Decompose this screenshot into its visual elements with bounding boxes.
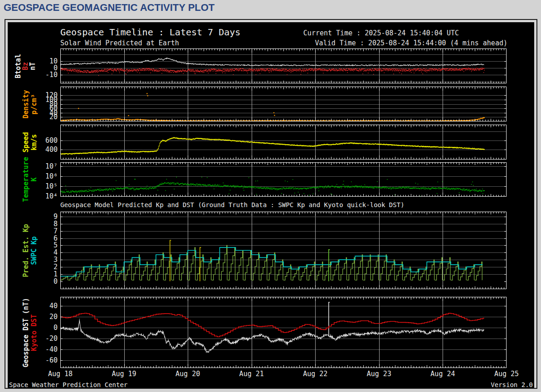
footer-version: Version 2.0 xyxy=(491,381,533,388)
x-tick-label: Aug 23 xyxy=(359,370,400,378)
valid-time-label: Valid Time : 2025-08-24 15:44:00 (4 mins… xyxy=(315,39,507,47)
x-tick-label: Aug 25 xyxy=(486,370,527,378)
y-tick-label-dst: 0 xyxy=(35,324,58,331)
footer-source: Space Weather Prediction Center xyxy=(9,381,127,388)
axis-label-density: Density xyxy=(22,90,30,118)
y-tick-label-kp: 9 xyxy=(35,213,58,220)
axis-label-dst: Kyoto DST xyxy=(30,314,38,351)
y-tick-label-temperature: 10⁴ xyxy=(35,193,58,200)
x-tick-label: Aug 20 xyxy=(167,370,208,378)
axis-label-density: p/cm³ xyxy=(30,94,38,114)
y-tick-label-kp: 5 xyxy=(35,242,58,249)
y-tick-label-kp: 2 xyxy=(35,264,58,271)
axis-label-dst: Geospace DST (nT) xyxy=(22,298,30,368)
x-tick-label: Aug 18 xyxy=(40,370,81,378)
plot-image: Geospace Timeline : Latest 7 Days Curren… xyxy=(8,22,534,388)
panel-density xyxy=(60,87,507,121)
y-tick-label-dst: -40 xyxy=(35,346,58,353)
y-tick-label-dst: -60 xyxy=(35,357,58,364)
y-tick-label-dst: -20 xyxy=(35,335,58,342)
y-tick-label-speed: 400 xyxy=(35,146,58,153)
panel-bt-bz xyxy=(60,48,507,83)
panel-speed xyxy=(60,125,507,160)
axis-label-speed: Speed xyxy=(22,132,30,152)
y-tick-label-density: 20 xyxy=(35,114,58,121)
x-tick-label: Aug 21 xyxy=(231,370,272,378)
y-tick-label-speed: 600 xyxy=(35,137,58,144)
plot-frame: Geospace Timeline : Latest 7 Days Curren… xyxy=(5,19,537,389)
y-tick-label-temperature: 10⁵ xyxy=(35,183,58,190)
y-tick-label-kp: 4 xyxy=(35,249,58,256)
axis-label-kp: Pred. Est. Kp xyxy=(22,224,30,277)
y-tick-label-dst: 20 xyxy=(35,314,58,320)
axis-label-temperature: K xyxy=(30,177,38,181)
current-time-label: Current Time : 2025-08-24 15:40:04 UTC xyxy=(303,29,459,37)
y-tick-label-kp: 1 xyxy=(35,271,58,278)
axis-label-bt-bz: nT xyxy=(29,62,37,70)
plot-subtitle: Solar Wind Predicted at Earth xyxy=(60,39,179,47)
y-tick-label-kp: 3 xyxy=(35,256,58,263)
y-tick-label-kp: 8 xyxy=(35,221,58,227)
y-tick-label-bt-bz: -10 xyxy=(35,72,58,78)
plot-title: Geospace Timeline : Latest 7 Days xyxy=(60,27,240,38)
x-tick-label: Aug 24 xyxy=(422,370,463,378)
y-tick-label-kp: 7 xyxy=(35,228,58,235)
axis-label-temperature: Temperature xyxy=(22,157,30,202)
panel-dst xyxy=(60,297,507,368)
axis-label-speed: km/s xyxy=(30,134,38,150)
x-tick-label: Aug 22 xyxy=(295,370,336,378)
y-tick-label-dst: 40 xyxy=(35,303,58,310)
panel-temperature xyxy=(60,162,507,197)
panel-kp xyxy=(60,212,507,289)
kp-dst-section-title: Geospace Model Predicted Kp and DST (Gro… xyxy=(60,201,405,208)
page-title: GEOSPACE GEOMAGNETIC ACTIVITY PLOT xyxy=(4,2,214,14)
axis-label-kp: SWPC Kp xyxy=(30,236,38,265)
y-tick-label-temperature: 10⁷ xyxy=(35,163,58,170)
y-tick-label-kp: 6 xyxy=(35,235,58,242)
y-tick-label-kp: 0 xyxy=(35,278,58,285)
y-tick-label-temperature: 10⁶ xyxy=(35,173,58,180)
x-tick-label: Aug 19 xyxy=(104,370,145,378)
